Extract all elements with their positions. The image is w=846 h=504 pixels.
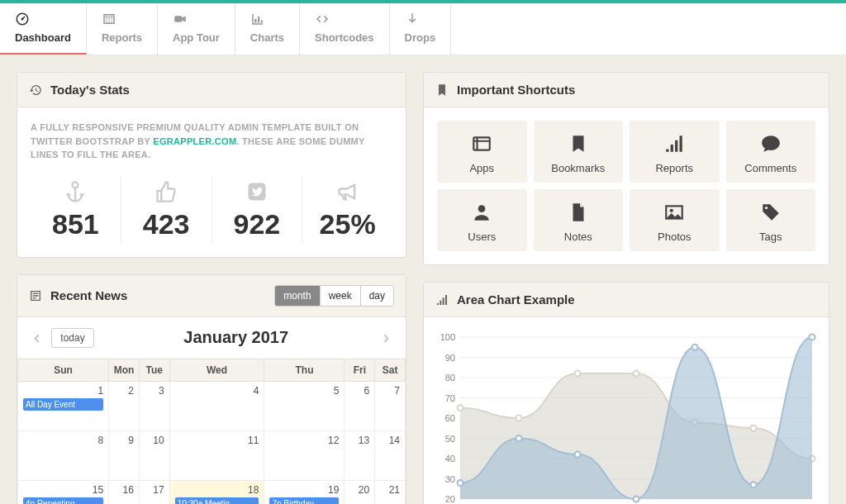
nav-charts[interactable]: Charts	[235, 3, 300, 55]
nav-label: Dashboard	[15, 31, 71, 44]
shortcut-reports[interactable]: Reports	[630, 121, 720, 183]
svg-point-52	[810, 335, 815, 340]
panel-title: Today's Stats	[50, 83, 394, 97]
day-number: 15	[23, 484, 103, 496]
calendar-event[interactable]: 10:30a Meetin	[175, 497, 259, 505]
calendar-cell[interactable]: 12	[264, 430, 345, 480]
bookmark-icon	[534, 132, 624, 155]
calendar-cell[interactable]: 9	[109, 430, 140, 480]
view-day-button[interactable]: day	[361, 286, 393, 306]
calendar-cell[interactable]: 6	[345, 381, 375, 430]
shortcut-notes[interactable]: Notes	[534, 189, 624, 251]
day-number: 4	[175, 385, 259, 397]
svg-rect-3	[174, 16, 182, 22]
calendar-next-button[interactable]: ›	[378, 327, 394, 349]
svg-point-13	[765, 207, 768, 209]
code-icon	[315, 12, 374, 26]
calendar-cell[interactable]: 2	[109, 381, 140, 430]
day-number: 18	[175, 484, 259, 496]
calendar-cell[interactable]: 16	[109, 480, 140, 504]
shortcuts-panel: Important Shortcuts AppsBookmarksReports…	[423, 72, 829, 265]
nav-dashboard[interactable]: Dashboard	[0, 3, 87, 55]
nav-drops[interactable]: Drops	[390, 3, 452, 55]
calendar-prev-button[interactable]: ‹	[29, 327, 45, 349]
panel-title: Important Shortcuts	[457, 83, 817, 97]
shortcut-label: Photos	[630, 231, 720, 243]
calendar-cell[interactable]: 8	[18, 430, 109, 480]
stat-value: 25%	[302, 208, 392, 240]
todays-stats-panel: Today's Stats A FULLY RESPONSIVE PREMIUM…	[17, 72, 406, 258]
calendar-cell[interactable]: 17	[139, 480, 169, 504]
shortcut-users[interactable]: Users	[437, 189, 527, 251]
day-number: 3	[145, 385, 164, 397]
day-number: 5	[269, 385, 339, 397]
calendar-event[interactable]: 7p Birthday	[269, 497, 339, 505]
user-icon	[437, 201, 527, 224]
calendar-cell[interactable]: 21	[375, 480, 406, 504]
day-number: 10	[145, 435, 164, 446]
dashboard-icon	[15, 12, 71, 26]
calendar-event[interactable]: 4p Repeating	[23, 497, 103, 505]
reports-icon	[102, 12, 142, 26]
comment-icon	[726, 132, 816, 155]
weekday-header: Fri	[345, 359, 375, 381]
image-icon	[630, 201, 720, 224]
file-icon	[534, 201, 624, 224]
calendar-cell[interactable]: 10	[139, 430, 169, 480]
shortcut-apps[interactable]: Apps	[437, 121, 527, 183]
calendar-cell[interactable]: 3	[139, 381, 169, 430]
svg-point-46	[458, 480, 463, 486]
calendar-cell[interactable]: 7	[375, 381, 406, 430]
svg-text:100: 100	[440, 332, 455, 342]
nav-app-tour[interactable]: App Tour	[158, 3, 235, 55]
day-number: 9	[114, 435, 134, 446]
nav-label: App Tour	[173, 31, 220, 44]
shortcut-photos[interactable]: Photos	[630, 189, 720, 251]
shortcut-label: Tags	[726, 231, 816, 243]
svg-rect-9	[474, 137, 491, 150]
stat-thumb: 423	[121, 177, 212, 244]
view-week-button[interactable]: week	[321, 286, 361, 306]
calendar-cell[interactable]: 4	[169, 381, 264, 430]
calendar-cell[interactable]: 5	[264, 381, 345, 430]
recent-news-panel: Recent News month week day ‹ today Janua…	[17, 274, 406, 505]
dashboard-icon	[29, 83, 42, 97]
thumb-icon	[121, 180, 212, 203]
calendar-event[interactable]: All Day Event	[23, 398, 103, 411]
day-number: 13	[349, 435, 369, 446]
svg-text:90: 90	[445, 353, 455, 363]
news-icon	[29, 289, 42, 302]
video-icon	[173, 12, 220, 26]
calendar-cell[interactable]: 13	[345, 430, 375, 480]
calendar-cell[interactable]: 1All Day Event	[18, 381, 109, 430]
shortcut-label: Users	[437, 231, 527, 243]
svg-point-48	[575, 452, 581, 458]
day-number: 2	[114, 385, 134, 397]
calendar-cell[interactable]: 1810:30a Meetin	[169, 480, 264, 504]
calendar-cell[interactable]: 11	[169, 430, 264, 480]
view-month-button[interactable]: month	[275, 286, 320, 306]
day-number: 6	[349, 385, 369, 397]
svg-point-39	[458, 405, 463, 411]
calendar-cell[interactable]: 154p Repeating	[18, 480, 109, 504]
nav-shortcodes[interactable]: Shortcodes	[300, 3, 390, 55]
calendar-today-button[interactable]: today	[51, 328, 93, 348]
shortcut-comments[interactable]: Comments	[726, 121, 816, 183]
svg-point-50	[692, 345, 698, 350]
svg-text:40: 40	[445, 454, 455, 464]
shortcut-bookmarks[interactable]: Bookmarks	[534, 121, 624, 183]
day-number: 1	[23, 385, 103, 397]
calendar-cell[interactable]: 14	[375, 430, 406, 480]
stat-value: 922	[212, 208, 302, 240]
svg-rect-6	[261, 21, 263, 23]
nav-reports[interactable]: Reports	[87, 3, 158, 55]
calendar-cell[interactable]: 197p Birthday	[264, 480, 345, 504]
day-number: 17	[145, 484, 164, 496]
day-number: 12	[269, 435, 339, 446]
calendar-title: January 2017	[94, 328, 378, 347]
svg-point-10	[478, 205, 486, 212]
stat-bullhorn: 25%	[302, 177, 392, 244]
shortcut-tags[interactable]: Tags	[726, 189, 816, 251]
area-chart: 2030405060708090100JanuaryFebruaryMarchA…	[432, 329, 820, 504]
calendar-cell[interactable]: 20	[345, 480, 375, 504]
